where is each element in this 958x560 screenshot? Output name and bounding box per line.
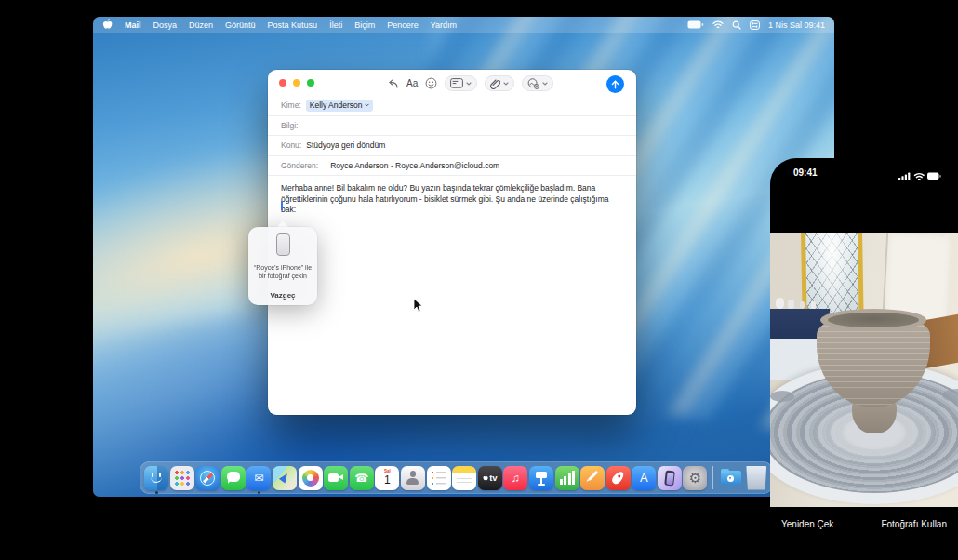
apple-menu-icon[interactable] [102,18,113,32]
from-label: Gönderen: [281,161,318,170]
menu-item-goruntu[interactable]: Görüntü [225,20,256,30]
screenshot-root: Mail Dosya Düzen Görüntü Posta Kutusu İl… [0,0,958,560]
iphone-status-icons [898,168,941,185]
retake-button[interactable]: Yeniden Çek [781,519,833,560]
battery-icon[interactable] [687,20,704,29]
menu-bar: Mail Dosya Düzen Görüntü Posta Kutusu İl… [93,17,834,33]
dock-maps-icon[interactable] [273,466,297,490]
battery-icon [927,173,941,180]
dock-numbers-icon[interactable] [555,466,579,490]
menu-item-posta-kutusu[interactable]: Posta Kutusu [268,20,318,30]
dock-rocket-icon[interactable] [606,466,631,490]
from-field[interactable]: Gönderen: Royce Anderson - Royce.Anderso… [268,156,636,177]
menubar-clock[interactable]: 1 Nis Sal 09:41 [768,20,825,30]
attach-file-button[interactable] [485,75,514,91]
running-indicator [155,491,158,494]
dock-appstore-icon[interactable]: A [632,466,656,490]
subject-value: Stüdyoya geri döndüm [306,140,385,150]
message-body-editor[interactable]: Merhaba anne! Bil bakalım ne oldu? Bu ya… [281,183,612,216]
use-photo-button[interactable]: Fotoğrafı Kullan [881,519,947,560]
minimize-window-button[interactable] [293,79,300,87]
header-fields-button[interactable] [445,75,477,91]
mac-desktop: Mail Dosya Düzen Görüntü Posta Kutusu İl… [93,17,834,497]
continuity-camera-popup: “Royce’s iPhone” ile bir fotoğraf çekin … [248,220,317,305]
menu-item-yardim[interactable]: Yardım [431,20,457,30]
cellular-signal-icon [898,173,910,180]
search-icon[interactable] [732,20,741,30]
to-field[interactable]: Kime: Kelly Anderson [268,96,636,116]
emoji-picker-icon[interactable] [425,77,437,89]
dock-launchpad-icon[interactable] [170,466,194,490]
captured-photo-pottery [770,233,958,507]
insert-photo-button[interactable] [522,75,553,91]
subject-field[interactable]: Konu: Stüdyoya geri döndüm [268,136,636,156]
mail-compose-window: Aa [268,70,636,415]
dock-calendar-icon[interactable]: Sal1 [375,466,399,490]
small-clay-pieces [776,298,784,309]
menu-item-ileti[interactable]: İleti [329,20,342,30]
dock-trash-icon[interactable] [744,466,768,490]
chevron-down-icon [365,103,369,107]
dock-facetime-icon[interactable] [324,466,348,490]
menu-item-app[interactable]: Mail [125,20,141,30]
dock-divider [712,466,713,489]
dock-keynote-icon[interactable] [529,466,553,490]
zoom-window-button[interactable] [307,79,314,87]
chevron-down-icon [503,82,509,86]
dock-phone-icon[interactable]: ☎ [350,466,374,490]
send-arrow-icon [611,80,619,89]
clay-pot-opening [828,313,919,327]
dock-mail-icon[interactable]: ✉ [246,466,271,490]
to-label: Kime: [281,100,301,110]
dock-messages-icon[interactable] [221,466,246,490]
iphone-status-time: 09:41 [793,167,818,178]
dock-notes-icon[interactable] [452,466,476,490]
wifi-icon[interactable] [712,20,724,29]
dock-system-settings-icon[interactable]: ⚙ [683,466,707,490]
dock-reminders-icon[interactable] [427,466,451,490]
close-window-button[interactable] [279,79,286,87]
wifi-icon [915,174,925,180]
cancel-button[interactable]: Vazgeç [248,287,317,305]
dock-finder-icon[interactable] [144,466,168,490]
from-value: Royce Anderson - Royce.Anderson@icloud.c… [330,161,499,170]
menu-item-duzen[interactable]: Düzen [189,20,213,30]
undo-icon[interactable] [387,78,399,89]
dock-contacts-icon[interactable] [401,466,425,490]
running-indicator [258,491,260,494]
popup-message: “Royce’s iPhone” ile bir fotoğraf çekin [248,263,317,281]
mouse-cursor [413,298,423,316]
cc-field[interactable]: Bilgi: [268,116,636,137]
iphone-outline-icon [276,233,290,256]
chevron-down-icon [466,82,472,86]
camera-action-bar: Yeniden Çek Fotoğrafı Kullan [770,507,958,560]
menu-item-pencere[interactable]: Pencere [387,20,419,30]
format-text-button[interactable]: Aa [406,78,418,88]
dock-photos-icon[interactable] [299,466,323,490]
control-center-icon[interactable] [750,20,760,30]
send-button[interactable] [606,75,624,93]
menu-item-bicim[interactable]: Biçim [354,20,375,30]
dock-music-icon[interactable]: ♫ [503,466,527,490]
iphone-camera-view: 09:41 Yeniden Çek Foto [770,158,958,560]
cc-label: Bilgi: [281,121,298,130]
dock-iphone-mirroring-icon[interactable] [658,466,682,490]
dock-pages-icon[interactable] [580,466,605,490]
text-caret [281,201,283,210]
clay-smudge [770,391,794,402]
dock-appletv-icon[interactable]: tv [478,466,502,490]
dock: ✉ ☎ Sal1 tv ♫ A ⚙ [140,461,773,494]
popup-arrow [277,220,288,227]
recipient-token[interactable]: Kelly Anderson [306,100,374,112]
chevron-down-icon [542,82,548,86]
dock-downloads-folder-icon[interactable] [719,466,743,490]
subject-label: Konu: [281,140,301,150]
dock-safari-icon[interactable] [195,466,220,490]
menu-item-dosya[interactable]: Dosya [153,20,178,30]
